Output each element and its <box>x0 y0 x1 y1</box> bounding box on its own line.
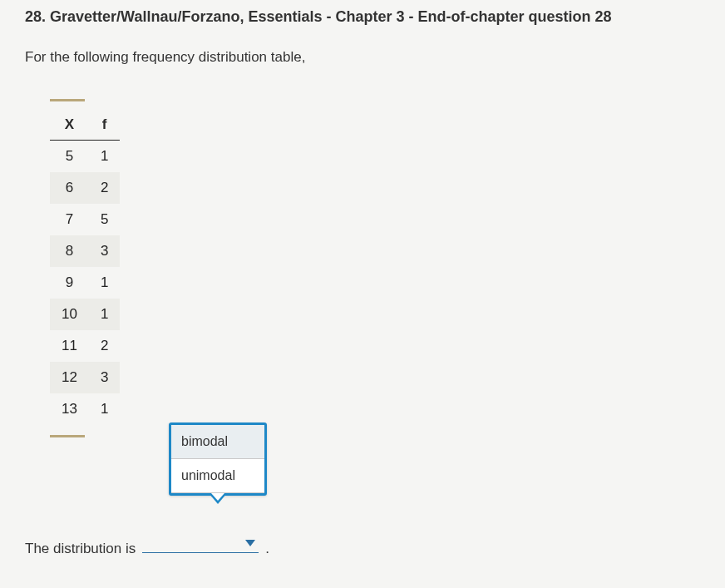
cell-x: 6 <box>50 172 89 204</box>
table-row: 131 <box>50 393 120 425</box>
table-row: 91 <box>50 267 120 299</box>
table-row: 75 <box>50 204 120 235</box>
question-prompt: For the following frequency distribution… <box>25 49 700 66</box>
table-bottom-accent <box>50 435 85 437</box>
table-row: 123 <box>50 362 120 393</box>
table-row: 51 <box>50 141 120 173</box>
cell-x: 13 <box>50 393 89 425</box>
cell-x: 7 <box>50 204 89 235</box>
table-row: 101 <box>50 299 120 330</box>
answer-dropdown-popup[interactable]: bimodal unimodal <box>169 422 267 496</box>
question-title: 28. Gravetter/Wallnau/Forzano, Essential… <box>25 8 700 26</box>
dropdown-option-unimodal[interactable]: unimodal <box>171 459 264 493</box>
answer-sentence: The distribution is . <box>25 536 269 557</box>
frequency-table-container: X f 5162758391101112123131 <box>50 99 700 437</box>
cell-f: 3 <box>89 235 120 267</box>
frequency-table: X f 5162758391101112123131 <box>50 113 120 425</box>
cell-x: 10 <box>50 299 89 330</box>
cell-f: 5 <box>89 204 120 235</box>
cell-x: 8 <box>50 235 89 267</box>
cell-f: 1 <box>89 267 120 299</box>
table-top-accent <box>50 99 85 101</box>
table-row: 83 <box>50 235 120 267</box>
cell-f: 1 <box>89 299 120 330</box>
cell-x: 5 <box>50 141 89 173</box>
dropdown-option-bimodal[interactable]: bimodal <box>171 425 264 459</box>
table-row: 112 <box>50 330 120 362</box>
cell-f: 2 <box>89 330 120 362</box>
table-row: 62 <box>50 172 120 204</box>
dropdown-tail-inner-icon <box>211 493 224 501</box>
cell-x: 11 <box>50 330 89 362</box>
cell-f: 1 <box>89 393 120 425</box>
header-f: f <box>89 113 120 141</box>
header-x: X <box>50 113 89 141</box>
chevron-down-icon[interactable] <box>245 540 255 546</box>
cell-x: 9 <box>50 267 89 299</box>
answer-period: . <box>265 541 269 557</box>
cell-f: 3 <box>89 362 120 393</box>
answer-lead-text: The distribution is <box>25 541 136 557</box>
answer-blank-dropdown[interactable] <box>142 536 259 553</box>
cell-f: 1 <box>89 141 120 173</box>
cell-f: 2 <box>89 172 120 204</box>
cell-x: 12 <box>50 362 89 393</box>
